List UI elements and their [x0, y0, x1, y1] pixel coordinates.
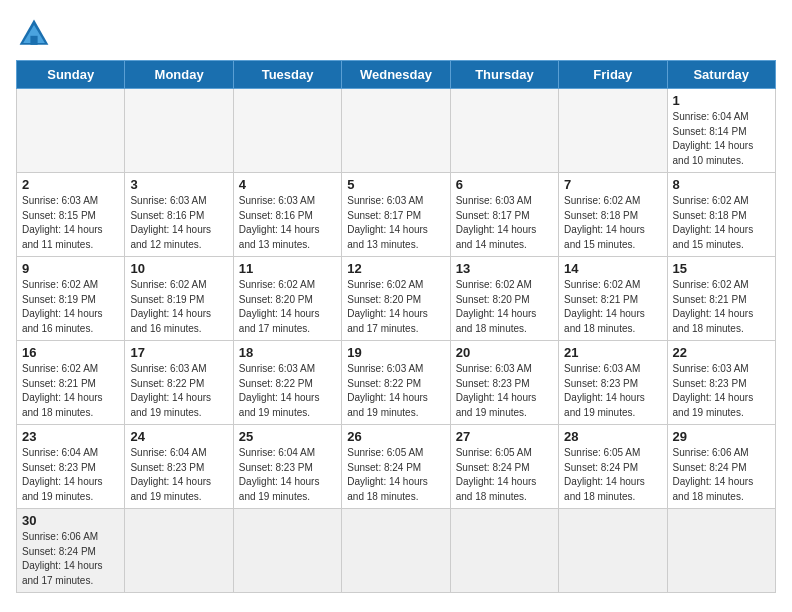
- day-number: 20: [456, 345, 553, 360]
- day-number: 11: [239, 261, 336, 276]
- day-number: 19: [347, 345, 444, 360]
- calendar-cell: 9Sunrise: 6:02 AM Sunset: 8:19 PM Daylig…: [17, 257, 125, 341]
- day-number: 28: [564, 429, 661, 444]
- calendar-cell: 5Sunrise: 6:03 AM Sunset: 8:17 PM Daylig…: [342, 173, 450, 257]
- calendar-cell: 4Sunrise: 6:03 AM Sunset: 8:16 PM Daylig…: [233, 173, 341, 257]
- day-number: 14: [564, 261, 661, 276]
- weekday-header-sunday: Sunday: [17, 61, 125, 89]
- day-number: 10: [130, 261, 227, 276]
- day-info: Sunrise: 6:03 AM Sunset: 8:23 PM Dayligh…: [564, 362, 661, 420]
- day-info: Sunrise: 6:03 AM Sunset: 8:16 PM Dayligh…: [130, 194, 227, 252]
- weekday-row: SundayMondayTuesdayWednesdayThursdayFrid…: [17, 61, 776, 89]
- calendar-cell: [233, 509, 341, 593]
- calendar-cell: [559, 509, 667, 593]
- day-info: Sunrise: 6:02 AM Sunset: 8:19 PM Dayligh…: [130, 278, 227, 336]
- weekday-header-saturday: Saturday: [667, 61, 775, 89]
- day-info: Sunrise: 6:02 AM Sunset: 8:21 PM Dayligh…: [564, 278, 661, 336]
- day-info: Sunrise: 6:02 AM Sunset: 8:21 PM Dayligh…: [673, 278, 770, 336]
- day-info: Sunrise: 6:03 AM Sunset: 8:17 PM Dayligh…: [456, 194, 553, 252]
- day-number: 25: [239, 429, 336, 444]
- day-number: 5: [347, 177, 444, 192]
- calendar-cell: [125, 89, 233, 173]
- calendar-cell: [667, 509, 775, 593]
- day-info: Sunrise: 6:06 AM Sunset: 8:24 PM Dayligh…: [22, 530, 119, 588]
- day-info: Sunrise: 6:05 AM Sunset: 8:24 PM Dayligh…: [456, 446, 553, 504]
- calendar-week-6: 30Sunrise: 6:06 AM Sunset: 8:24 PM Dayli…: [17, 509, 776, 593]
- calendar-cell: 27Sunrise: 6:05 AM Sunset: 8:24 PM Dayli…: [450, 425, 558, 509]
- calendar-cell: 11Sunrise: 6:02 AM Sunset: 8:20 PM Dayli…: [233, 257, 341, 341]
- calendar-cell: 1Sunrise: 6:04 AM Sunset: 8:14 PM Daylig…: [667, 89, 775, 173]
- day-info: Sunrise: 6:02 AM Sunset: 8:20 PM Dayligh…: [239, 278, 336, 336]
- calendar-cell: 19Sunrise: 6:03 AM Sunset: 8:22 PM Dayli…: [342, 341, 450, 425]
- weekday-header-monday: Monday: [125, 61, 233, 89]
- day-info: Sunrise: 6:02 AM Sunset: 8:19 PM Dayligh…: [22, 278, 119, 336]
- calendar-cell: [125, 509, 233, 593]
- calendar-cell: 2Sunrise: 6:03 AM Sunset: 8:15 PM Daylig…: [17, 173, 125, 257]
- day-info: Sunrise: 6:03 AM Sunset: 8:17 PM Dayligh…: [347, 194, 444, 252]
- day-info: Sunrise: 6:03 AM Sunset: 8:23 PM Dayligh…: [456, 362, 553, 420]
- day-number: 1: [673, 93, 770, 108]
- day-number: 13: [456, 261, 553, 276]
- calendar-cell: 18Sunrise: 6:03 AM Sunset: 8:22 PM Dayli…: [233, 341, 341, 425]
- day-number: 12: [347, 261, 444, 276]
- day-number: 29: [673, 429, 770, 444]
- calendar-cell: 7Sunrise: 6:02 AM Sunset: 8:18 PM Daylig…: [559, 173, 667, 257]
- calendar-week-5: 23Sunrise: 6:04 AM Sunset: 8:23 PM Dayli…: [17, 425, 776, 509]
- calendar-week-4: 16Sunrise: 6:02 AM Sunset: 8:21 PM Dayli…: [17, 341, 776, 425]
- day-number: 24: [130, 429, 227, 444]
- calendar-week-1: 1Sunrise: 6:04 AM Sunset: 8:14 PM Daylig…: [17, 89, 776, 173]
- day-number: 3: [130, 177, 227, 192]
- calendar-cell: 17Sunrise: 6:03 AM Sunset: 8:22 PM Dayli…: [125, 341, 233, 425]
- day-info: Sunrise: 6:02 AM Sunset: 8:18 PM Dayligh…: [564, 194, 661, 252]
- calendar-cell: [233, 89, 341, 173]
- calendar-cell: 24Sunrise: 6:04 AM Sunset: 8:23 PM Dayli…: [125, 425, 233, 509]
- day-number: 4: [239, 177, 336, 192]
- day-number: 21: [564, 345, 661, 360]
- day-number: 18: [239, 345, 336, 360]
- calendar-cell: [450, 89, 558, 173]
- day-info: Sunrise: 6:04 AM Sunset: 8:14 PM Dayligh…: [673, 110, 770, 168]
- day-info: Sunrise: 6:02 AM Sunset: 8:21 PM Dayligh…: [22, 362, 119, 420]
- day-info: Sunrise: 6:04 AM Sunset: 8:23 PM Dayligh…: [22, 446, 119, 504]
- day-number: 26: [347, 429, 444, 444]
- day-number: 7: [564, 177, 661, 192]
- weekday-header-friday: Friday: [559, 61, 667, 89]
- calendar-cell: [17, 89, 125, 173]
- calendar-table: SundayMondayTuesdayWednesdayThursdayFrid…: [16, 60, 776, 593]
- calendar-body: 1Sunrise: 6:04 AM Sunset: 8:14 PM Daylig…: [17, 89, 776, 593]
- calendar-cell: 29Sunrise: 6:06 AM Sunset: 8:24 PM Dayli…: [667, 425, 775, 509]
- day-info: Sunrise: 6:05 AM Sunset: 8:24 PM Dayligh…: [564, 446, 661, 504]
- day-number: 22: [673, 345, 770, 360]
- calendar-cell: 25Sunrise: 6:04 AM Sunset: 8:23 PM Dayli…: [233, 425, 341, 509]
- calendar-cell: 16Sunrise: 6:02 AM Sunset: 8:21 PM Dayli…: [17, 341, 125, 425]
- day-number: 27: [456, 429, 553, 444]
- day-info: Sunrise: 6:02 AM Sunset: 8:20 PM Dayligh…: [456, 278, 553, 336]
- day-number: 16: [22, 345, 119, 360]
- calendar-header: SundayMondayTuesdayWednesdayThursdayFrid…: [17, 61, 776, 89]
- weekday-header-wednesday: Wednesday: [342, 61, 450, 89]
- day-info: Sunrise: 6:03 AM Sunset: 8:23 PM Dayligh…: [673, 362, 770, 420]
- day-number: 17: [130, 345, 227, 360]
- day-info: Sunrise: 6:03 AM Sunset: 8:16 PM Dayligh…: [239, 194, 336, 252]
- calendar-cell: 23Sunrise: 6:04 AM Sunset: 8:23 PM Dayli…: [17, 425, 125, 509]
- svg-rect-2: [30, 36, 37, 45]
- day-number: 6: [456, 177, 553, 192]
- weekday-header-tuesday: Tuesday: [233, 61, 341, 89]
- day-info: Sunrise: 6:02 AM Sunset: 8:18 PM Dayligh…: [673, 194, 770, 252]
- calendar-cell: 12Sunrise: 6:02 AM Sunset: 8:20 PM Dayli…: [342, 257, 450, 341]
- generalblue-logo-icon: [16, 16, 52, 52]
- day-number: 9: [22, 261, 119, 276]
- calendar-cell: [342, 509, 450, 593]
- calendar-cell: 14Sunrise: 6:02 AM Sunset: 8:21 PM Dayli…: [559, 257, 667, 341]
- calendar-week-3: 9Sunrise: 6:02 AM Sunset: 8:19 PM Daylig…: [17, 257, 776, 341]
- calendar-cell: [559, 89, 667, 173]
- day-number: 8: [673, 177, 770, 192]
- calendar-cell: [450, 509, 558, 593]
- logo: [16, 16, 56, 52]
- day-info: Sunrise: 6:03 AM Sunset: 8:15 PM Dayligh…: [22, 194, 119, 252]
- weekday-header-thursday: Thursday: [450, 61, 558, 89]
- day-number: 23: [22, 429, 119, 444]
- calendar-cell: 3Sunrise: 6:03 AM Sunset: 8:16 PM Daylig…: [125, 173, 233, 257]
- calendar-cell: 26Sunrise: 6:05 AM Sunset: 8:24 PM Dayli…: [342, 425, 450, 509]
- calendar-cell: 30Sunrise: 6:06 AM Sunset: 8:24 PM Dayli…: [17, 509, 125, 593]
